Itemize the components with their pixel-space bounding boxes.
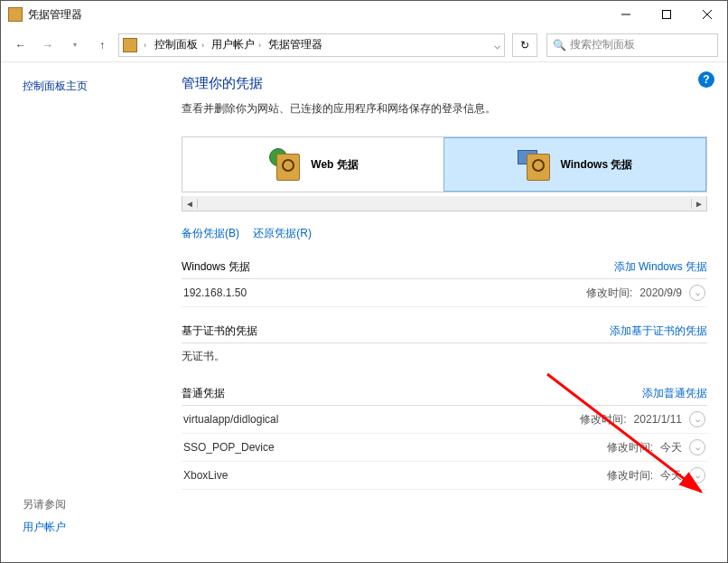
address-bar[interactable]: › 控制面板› 用户帐户› 凭据管理器 ⌵ bbox=[118, 33, 505, 57]
modified-date: 今天 bbox=[660, 440, 682, 455]
breadcrumb-item[interactable]: 控制面板 bbox=[153, 37, 200, 52]
help-icon[interactable]: ? bbox=[698, 71, 714, 88]
location-icon bbox=[123, 38, 137, 52]
scroll-left-icon[interactable]: ◄ bbox=[182, 199, 198, 209]
backup-credentials-link[interactable]: 备份凭据(B) bbox=[182, 227, 239, 239]
minimize-button[interactable] bbox=[605, 1, 646, 28]
tab-scrollbar[interactable]: ◄ ► bbox=[182, 196, 707, 211]
credential-name: XboxLive bbox=[183, 469, 228, 482]
section-title: Windows 凭据 bbox=[182, 259, 250, 275]
chevron-right-icon: › bbox=[141, 41, 149, 50]
breadcrumb-item[interactable]: 用户帐户 bbox=[210, 37, 257, 52]
close-button[interactable] bbox=[686, 1, 727, 28]
page-description: 查看并删除你为网站、已连接的应用程序和网络保存的登录信息。 bbox=[182, 101, 707, 117]
chevron-down-icon[interactable]: ⌵ bbox=[689, 411, 705, 427]
safe-icon bbox=[276, 154, 300, 181]
modified-date: 今天 bbox=[660, 468, 682, 483]
tab-label: Web 凭据 bbox=[311, 157, 358, 173]
no-certificate-label: 无证书。 bbox=[182, 343, 707, 370]
address-dropdown-icon[interactable]: ⌵ bbox=[494, 39, 500, 52]
scroll-right-icon[interactable]: ► bbox=[691, 199, 706, 209]
safe-icon bbox=[527, 154, 550, 181]
up-button[interactable]: ↑ bbox=[91, 34, 113, 56]
credential-row[interactable]: virtualapp/didlogical 修改时间: 2021/1/11 ⌵ bbox=[182, 406, 707, 434]
modified-label: 修改时间: bbox=[586, 286, 632, 301]
credential-row[interactable]: SSO_POP_Device 修改时间: 今天 ⌵ bbox=[182, 434, 707, 462]
search-placeholder: 搜索控制面板 bbox=[570, 37, 635, 52]
modified-label: 修改时间: bbox=[607, 468, 653, 483]
credential-name: 192.168.1.50 bbox=[183, 286, 247, 299]
search-icon: 🔍 bbox=[553, 39, 566, 52]
credential-name: SSO_POP_Device bbox=[183, 441, 275, 454]
recent-dropdown-icon[interactable]: ▾ bbox=[64, 34, 86, 56]
forward-button[interactable]: → bbox=[37, 34, 59, 56]
tab-web-credentials[interactable]: Web 凭据 bbox=[182, 137, 443, 192]
modified-date: 2020/9/9 bbox=[639, 286, 682, 299]
credential-row[interactable]: 192.168.1.50 修改时间: 2020/9/9 ⌵ bbox=[182, 279, 707, 307]
section-title: 普通凭据 bbox=[182, 386, 225, 401]
modified-label: 修改时间: bbox=[607, 440, 653, 455]
breadcrumb-item[interactable]: 凭据管理器 bbox=[266, 37, 324, 52]
sidebar-seealso-label: 另请参阅 bbox=[23, 497, 66, 512]
back-button[interactable]: ← bbox=[10, 34, 32, 56]
search-input[interactable]: 🔍 搜索控制面板 bbox=[546, 33, 718, 57]
svg-rect-1 bbox=[662, 11, 670, 19]
add-generic-credential-link[interactable]: 添加普通凭据 bbox=[642, 386, 707, 401]
chevron-right-icon: › bbox=[257, 41, 263, 50]
chevron-down-icon[interactable]: ⌵ bbox=[689, 285, 705, 301]
sidebar-link-user-accounts[interactable]: 用户帐户 bbox=[23, 520, 66, 535]
restore-credentials-link[interactable]: 还原凭据(R) bbox=[253, 227, 312, 239]
refresh-button[interactable]: ↻ bbox=[512, 33, 537, 57]
page-heading: 管理你的凭据 bbox=[182, 75, 707, 92]
window-title: 凭据管理器 bbox=[28, 7, 605, 23]
chevron-down-icon[interactable]: ⌵ bbox=[689, 467, 705, 483]
app-icon bbox=[8, 7, 23, 22]
modified-date: 2021/1/11 bbox=[634, 413, 682, 426]
tab-windows-credentials[interactable]: Windows 凭据 bbox=[443, 137, 706, 192]
credential-name: virtualapp/didlogical bbox=[183, 413, 278, 426]
chevron-right-icon: › bbox=[200, 41, 206, 50]
chevron-down-icon[interactable]: ⌵ bbox=[689, 439, 705, 455]
modified-label: 修改时间: bbox=[580, 412, 626, 427]
add-windows-credential-link[interactable]: 添加 Windows 凭据 bbox=[614, 259, 707, 275]
credential-row[interactable]: XboxLive 修改时间: 今天 ⌵ bbox=[182, 462, 707, 490]
section-title: 基于证书的凭据 bbox=[182, 324, 257, 339]
add-certificate-credential-link[interactable]: 添加基于证书的凭据 bbox=[610, 324, 707, 339]
sidebar-home-link[interactable]: 控制面板主页 bbox=[23, 79, 160, 94]
maximize-button[interactable] bbox=[646, 1, 686, 28]
tab-label: Windows 凭据 bbox=[561, 157, 633, 173]
